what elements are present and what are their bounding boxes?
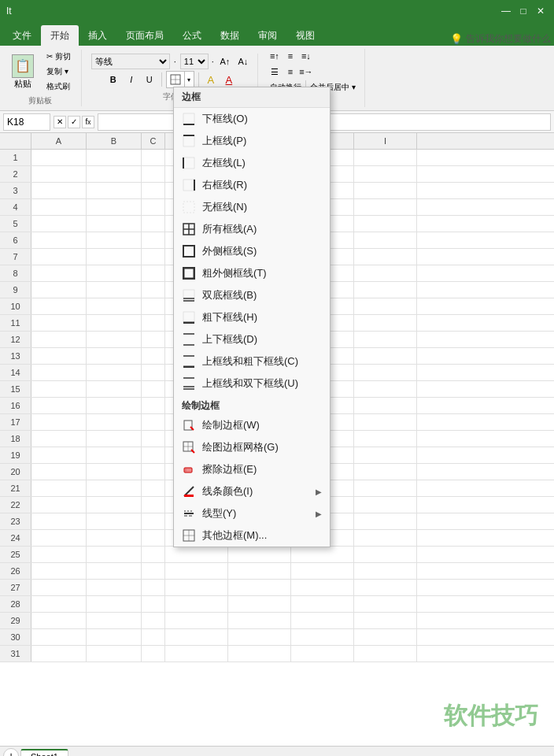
grid-cell[interactable]: [31, 150, 87, 165]
grid-cell[interactable]: [142, 513, 165, 529]
formula-cancel-button[interactable]: ✕: [54, 116, 66, 128]
grid-cell[interactable]: [354, 183, 417, 198]
menu-item-top-thick-bottom-border[interactable]: 上框线和粗下框线(C): [174, 350, 330, 372]
grid-cell[interactable]: [87, 414, 142, 430]
tab-data[interactable]: 数据: [211, 25, 249, 46]
grid-cell[interactable]: [354, 282, 417, 298]
tab-page-layout[interactable]: 页面布局: [116, 25, 173, 46]
grid-cell[interactable]: [31, 497, 87, 513]
grid-cell[interactable]: [165, 563, 228, 579]
grid-cell[interactable]: [87, 513, 142, 529]
grid-cell[interactable]: [354, 265, 417, 281]
grid-cell[interactable]: [31, 332, 87, 347]
tab-file[interactable]: 文件: [3, 25, 41, 46]
grid-cell[interactable]: [165, 613, 228, 628]
menu-item-thick-bottom-border[interactable]: 粗下框线(H): [174, 306, 330, 328]
grid-cell[interactable]: [142, 315, 165, 331]
align-bottom-button[interactable]: ≡↓: [299, 49, 313, 63]
font-color-button[interactable]: A: [221, 72, 237, 87]
tab-insert[interactable]: 插入: [79, 25, 116, 46]
grid-cell[interactable]: [87, 431, 142, 447]
grid-cell[interactable]: [291, 563, 354, 579]
grid-cell[interactable]: [87, 447, 142, 463]
grid-cell[interactable]: [87, 629, 142, 645]
menu-item-bottom-border[interactable]: 下框线(O): [174, 108, 330, 130]
grid-cell[interactable]: [31, 513, 87, 529]
grid-cell[interactable]: [354, 365, 417, 380]
add-sheet-button[interactable]: +: [3, 748, 19, 757]
grid-cell[interactable]: [228, 646, 291, 662]
grid-cell[interactable]: [165, 580, 228, 595]
grid-cell[interactable]: [31, 646, 87, 662]
grid-cell[interactable]: [87, 613, 142, 628]
tab-formula[interactable]: 公式: [173, 25, 211, 46]
grid-cell[interactable]: [87, 282, 142, 298]
grid-cell[interactable]: [142, 249, 165, 265]
grid-cell[interactable]: [142, 199, 165, 215]
grid-cell[interactable]: [142, 497, 165, 513]
grid-cell[interactable]: [142, 365, 165, 380]
grid-cell[interactable]: [142, 381, 165, 397]
grid-cell[interactable]: [87, 464, 142, 480]
grid-cell[interactable]: [228, 629, 291, 645]
grid-cell[interactable]: [142, 265, 165, 281]
menu-item-line-color[interactable]: 线条颜色(I)▶: [174, 480, 330, 502]
grid-cell[interactable]: [31, 298, 87, 314]
grid-cell[interactable]: [142, 613, 165, 628]
underline-button[interactable]: U: [142, 72, 157, 87]
align-left-button[interactable]: ☰: [268, 65, 282, 79]
grid-cell[interactable]: [354, 547, 417, 562]
grid-cell[interactable]: [142, 464, 165, 480]
grid-cell[interactable]: [354, 563, 417, 579]
grid-cell[interactable]: [31, 315, 87, 331]
grid-cell[interactable]: [228, 580, 291, 595]
grid-cell[interactable]: [165, 629, 228, 645]
menu-item-right-border[interactable]: 右框线(R): [174, 174, 330, 196]
grid-cell[interactable]: [142, 480, 165, 496]
menu-item-top-double-bottom-border[interactable]: 上框线和双下框线(U): [174, 372, 330, 395]
grid-cell[interactable]: [142, 580, 165, 595]
grid-cell[interactable]: [354, 315, 417, 331]
grid-cell[interactable]: [31, 216, 87, 232]
grid-cell[interactable]: [354, 464, 417, 480]
grid-cell[interactable]: [87, 332, 142, 347]
grid-cell[interactable]: [142, 298, 165, 314]
grid-cell[interactable]: [142, 563, 165, 579]
grid-cell[interactable]: [31, 232, 87, 248]
grid-cell[interactable]: [31, 563, 87, 579]
grid-cell[interactable]: [354, 216, 417, 232]
grid-cell[interactable]: [87, 398, 142, 413]
grid-cell[interactable]: [142, 232, 165, 248]
grid-cell[interactable]: [142, 216, 165, 232]
grid-cell[interactable]: [31, 348, 87, 364]
grid-cell[interactable]: [142, 530, 165, 546]
grid-cell[interactable]: [354, 629, 417, 645]
align-right-button[interactable]: ≡→: [299, 65, 313, 79]
grid-cell[interactable]: [87, 199, 142, 215]
grid-cell[interactable]: [354, 232, 417, 248]
grid-cell[interactable]: [354, 646, 417, 662]
grid-cell[interactable]: [87, 497, 142, 513]
grid-cell[interactable]: [31, 365, 87, 380]
italic-button[interactable]: I: [124, 72, 139, 87]
grid-cell[interactable]: [87, 530, 142, 546]
grid-cell[interactable]: [31, 613, 87, 628]
grid-cell[interactable]: [31, 530, 87, 546]
grid-cell[interactable]: [87, 249, 142, 265]
paste-button[interactable]: 📋 粘贴: [6, 52, 39, 92]
grid-cell[interactable]: [291, 580, 354, 595]
grid-cell[interactable]: [31, 166, 87, 182]
grid-cell[interactable]: [142, 166, 165, 182]
border-dropdown-arrow[interactable]: ▾: [185, 71, 194, 88]
grid-cell[interactable]: [142, 646, 165, 662]
grid-cell[interactable]: [87, 348, 142, 364]
cut-button[interactable]: ✂ 剪切: [42, 50, 75, 64]
menu-item-draw-border-grid[interactable]: 绘图边框网格(G): [174, 436, 330, 458]
grid-cell[interactable]: [31, 183, 87, 198]
grid-cell[interactable]: [31, 464, 87, 480]
grid-cell[interactable]: [31, 199, 87, 215]
border-button[interactable]: [166, 71, 185, 88]
grid-cell[interactable]: [87, 547, 142, 562]
grid-cell[interactable]: [87, 232, 142, 248]
grid-cell[interactable]: [291, 596, 354, 612]
